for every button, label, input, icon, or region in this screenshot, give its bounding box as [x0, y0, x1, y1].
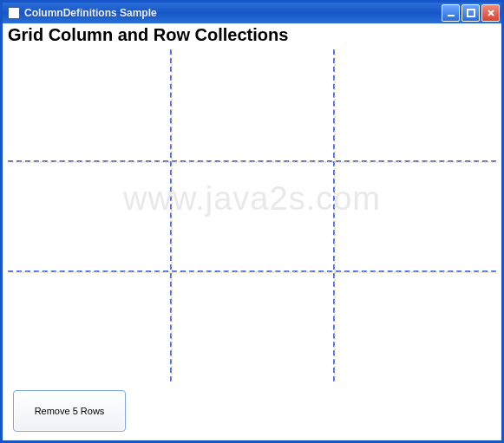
grid-column-divider	[170, 49, 172, 381]
app-icon	[8, 7, 20, 19]
svg-rect-1	[468, 10, 475, 16]
maximize-icon	[467, 9, 475, 17]
minimize-icon	[447, 9, 455, 17]
minimize-button[interactable]	[442, 4, 460, 22]
close-button[interactable]	[481, 4, 500, 22]
page-heading: Grid Column and Row Collections	[8, 25, 288, 45]
remove-rows-button[interactable]: Remove 5 Rows	[13, 390, 126, 432]
client-area: Grid Column and Row Collections www.java…	[3, 23, 501, 440]
svg-rect-0	[448, 15, 455, 16]
window-controls	[442, 4, 500, 22]
grid-row-divider	[8, 160, 496, 162]
grid-column-divider	[333, 49, 335, 381]
close-icon	[487, 9, 495, 17]
window-title: ColumnDefinitions Sample	[24, 7, 442, 19]
application-window: ColumnDefinitions Sample Grid Column an	[0, 0, 504, 443]
title-bar[interactable]: ColumnDefinitions Sample	[3, 3, 501, 23]
grid-row-divider	[8, 270, 496, 272]
grid-preview	[8, 49, 496, 381]
maximize-button[interactable]	[461, 4, 480, 22]
